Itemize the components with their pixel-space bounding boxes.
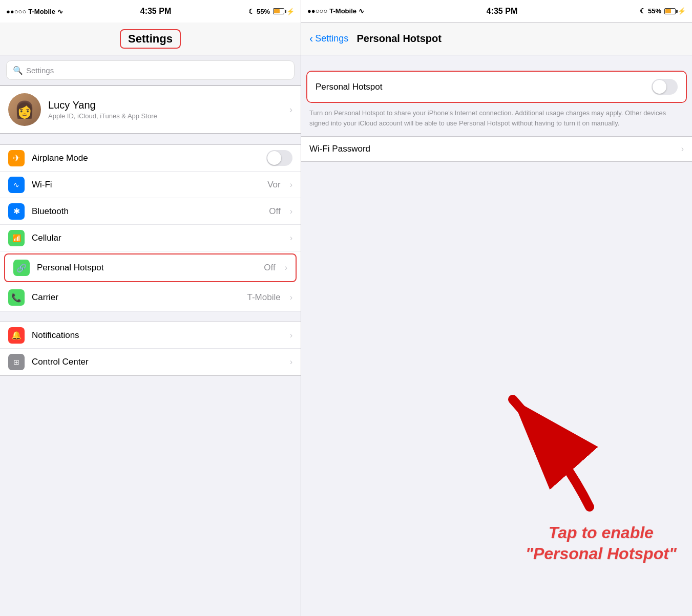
section-gap-1 <box>0 134 301 144</box>
settings-item-cellular[interactable]: 📶 Cellular › <box>0 225 301 251</box>
user-info: Lucy Yang Apple ID, iCloud, iTunes & App… <box>48 99 282 120</box>
user-chevron: › <box>289 104 292 115</box>
wifi-value: Vor <box>267 180 281 190</box>
right-carrier-name: T-Mobile <box>329 7 357 15</box>
settings-item-notifications[interactable]: 🔔 Notifications › <box>0 322 301 349</box>
right-panel: ●●○○○ T-Mobile ∿ 4:35 PM ☾ 55% ⚡ ‹ Setti… <box>301 0 692 616</box>
carrier-name: T-Mobile <box>28 8 55 15</box>
wifi-password-label: Wi-Fi Password <box>309 144 679 154</box>
settings-item-carrier[interactable]: 📞 Carrier T-Mobile › <box>0 284 301 311</box>
airplane-mode-icon: ✈ <box>8 150 25 166</box>
wifi-label: Wi-Fi <box>32 180 260 190</box>
annotation-container: Tap to enable "Personal Hotspot" <box>526 522 677 565</box>
control-center-chevron: › <box>290 357 292 367</box>
red-arrow-svg <box>492 384 605 517</box>
search-icon: 🔍 <box>13 66 23 75</box>
airplane-mode-label: Airplane Mode <box>32 153 259 163</box>
wifi-password-chevron: › <box>681 144 684 154</box>
left-nav-title: Settings <box>120 29 181 49</box>
right-status-bar: ●●○○○ T-Mobile ∿ 4:35 PM ☾ 55% ⚡ <box>301 0 692 23</box>
right-content: Personal Hotspot Turn on Personal Hotspo… <box>301 55 692 616</box>
cellular-label: Cellular <box>32 233 281 243</box>
carrier-chevron: › <box>290 293 292 302</box>
right-wifi-icon: ∿ <box>359 7 364 15</box>
right-signal-dots: ●●○○○ <box>307 7 327 15</box>
carrier-icon: 📞 <box>8 289 25 306</box>
right-time: 4:35 PM <box>487 7 517 16</box>
right-battery-pct: 55% <box>648 7 661 15</box>
search-bar[interactable]: 🔍 Settings <box>6 60 295 80</box>
back-chevron-icon: ‹ <box>309 32 313 46</box>
right-battery-icon <box>664 8 676 14</box>
personal-hotspot-icon: 🔗 <box>13 260 30 276</box>
annotation-line2: "Personal Hotspot" <box>526 543 677 565</box>
battery-pct: 55% <box>257 8 270 15</box>
cellular-chevron: › <box>290 233 292 243</box>
search-placeholder: Settings <box>26 66 54 75</box>
bluetooth-chevron: › <box>290 207 292 216</box>
control-center-label: Control Center <box>32 357 281 367</box>
notifications-label: Notifications <box>32 330 281 341</box>
battery-icon <box>273 8 284 14</box>
back-button[interactable]: ‹ Settings <box>309 32 348 46</box>
control-center-icon: ⊞ <box>8 354 25 370</box>
personal-hotspot-chevron: › <box>285 263 287 272</box>
right-status-right: ☾ 55% ⚡ <box>640 7 686 15</box>
hotspot-toggle-label: Personal Hotspot <box>316 82 652 92</box>
section-gap-2 <box>0 311 301 322</box>
hotspot-description: Turn on Personal Hotspot to share your i… <box>306 103 687 136</box>
right-nav-bar: ‹ Settings Personal Hotspot <box>301 23 692 55</box>
back-label: Settings <box>315 33 348 44</box>
left-status-left: ●●○○○ T-Mobile ∿ <box>6 8 63 15</box>
right-nav-title: Personal Hotspot <box>357 33 442 45</box>
personal-hotspot-label: Personal Hotspot <box>37 263 257 273</box>
wifi-password-row[interactable]: Wi-Fi Password › <box>301 136 692 162</box>
hotspot-toggle-switch[interactable] <box>652 79 678 95</box>
settings-item-airplane-mode[interactable]: ✈ Airplane Mode <box>0 145 301 172</box>
user-name: Lucy Yang <box>48 99 282 111</box>
general-settings-group: 🔔 Notifications › ⊞ Control Center › <box>0 322 301 376</box>
wifi-chevron: › <box>290 180 292 189</box>
right-bolt-icon: ⚡ <box>678 7 686 15</box>
network-settings-group: ✈ Airplane Mode ∿ Wi-Fi Vor › ✱ Bluetoot… <box>0 144 301 311</box>
settings-item-control-center[interactable]: ⊞ Control Center › <box>0 349 301 375</box>
signal-dots: ●●○○○ <box>6 8 26 15</box>
annotation-text: Tap to enable "Personal Hotspot" <box>526 522 677 565</box>
personal-hotspot-value: Off <box>264 263 275 273</box>
right-moon-icon: ☾ <box>640 7 646 15</box>
moon-icon: ☾ <box>248 8 255 15</box>
bluetooth-value: Off <box>269 206 280 217</box>
annotation-line1: Tap to enable <box>526 522 677 544</box>
hotspot-toggle-container: Personal Hotspot <box>306 71 687 103</box>
bolt-icon: ⚡ <box>286 8 295 15</box>
carrier-value: T-Mobile <box>247 292 280 303</box>
notifications-icon: 🔔 <box>8 327 25 344</box>
settings-item-personal-hotspot[interactable]: 🔗 Personal Hotspot Off › <box>4 253 297 282</box>
settings-item-bluetooth[interactable]: ✱ Bluetooth Off › <box>0 198 301 225</box>
left-status-right: ☾ 55% ⚡ <box>248 8 295 15</box>
avatar: 👩 <box>8 93 41 126</box>
user-profile-group: 👩 Lucy Yang Apple ID, iCloud, iTunes & A… <box>0 86 301 134</box>
airplane-mode-toggle[interactable] <box>266 150 292 166</box>
wifi-settings-icon: ∿ <box>8 177 25 193</box>
settings-item-wifi[interactable]: ∿ Wi-Fi Vor › <box>0 172 301 198</box>
carrier-label: Carrier <box>32 292 240 303</box>
left-panel: ●●○○○ T-Mobile ∿ 4:35 PM ☾ 55% ⚡ Setting… <box>0 0 301 616</box>
notifications-chevron: › <box>290 331 292 340</box>
wifi-icon: ∿ <box>57 8 63 15</box>
bluetooth-icon: ✱ <box>8 203 25 220</box>
left-time: 4:35 PM <box>140 7 171 16</box>
right-status-left: ●●○○○ T-Mobile ∿ <box>307 7 364 15</box>
bluetooth-label: Bluetooth <box>32 206 262 217</box>
search-container: 🔍 Settings <box>0 55 301 86</box>
cellular-icon: 📶 <box>8 230 25 246</box>
user-subtitle: Apple ID, iCloud, iTunes & App Store <box>48 112 282 120</box>
hotspot-toggle-row[interactable]: Personal Hotspot <box>307 72 686 102</box>
user-profile-row[interactable]: 👩 Lucy Yang Apple ID, iCloud, iTunes & A… <box>0 86 301 134</box>
left-nav-bar: Settings <box>0 23 301 55</box>
left-status-bar: ●●○○○ T-Mobile ∿ 4:35 PM ☾ 55% ⚡ <box>0 0 301 23</box>
